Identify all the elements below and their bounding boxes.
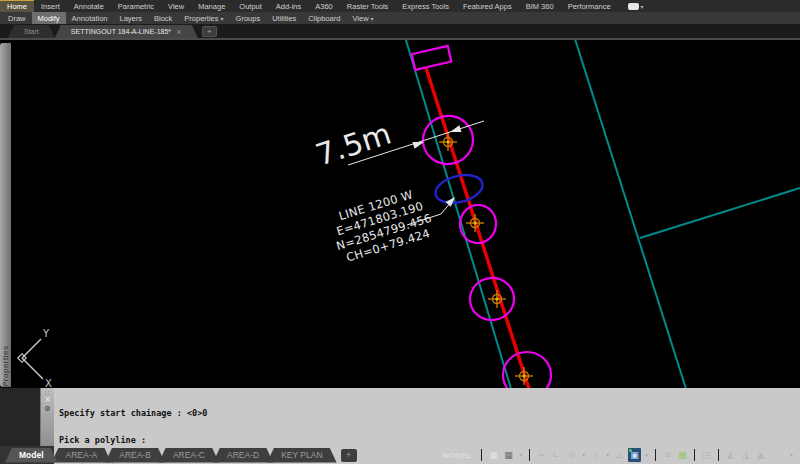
transparency-icon[interactable]: ▩ (676, 448, 689, 462)
annotation-scale-icon[interactable]: ▲ (754, 448, 767, 462)
divider (655, 449, 656, 461)
ribbon-tab-manage[interactable]: Manage (191, 0, 232, 12)
ucs-y-label: Y (42, 328, 50, 339)
caret-down-icon: ▾ (371, 15, 374, 22)
status-toggles: MODEL ▦ ▦ ▾ + ∟ ⊙ ▾ ∖ ▾ ∠ ▣ ▾ ≡ ▩ ◳ ◭ ◮ … (437, 448, 795, 462)
caret-down-icon[interactable]: ▾ (788, 452, 795, 458)
lineweight-icon[interactable]: ≡ (661, 448, 674, 462)
ribbon-tab-a360[interactable]: A360 (308, 0, 340, 12)
object-snap-tracking-icon[interactable]: ∠ (613, 448, 626, 462)
ribbon-tab-addins[interactable]: Add-ins (269, 0, 308, 12)
panel-clipboard[interactable]: Clipboard (302, 12, 346, 24)
annotation-visibility-icon[interactable]: ◭ (724, 448, 737, 462)
isometric-drafting-icon[interactable]: ∖ (589, 448, 602, 462)
record-icon (628, 3, 639, 10)
new-drawing-button[interactable]: + (202, 26, 217, 37)
divider (694, 449, 695, 461)
start-marker-rectangle[interactable] (412, 46, 452, 70)
blue-ellipse[interactable] (433, 171, 486, 208)
command-window: ∷ × ⚙ Specify start chainage : <0>0 Pick… (40, 388, 800, 446)
panel-groups[interactable]: Groups (230, 12, 267, 24)
layout-tab-area-c[interactable]: AREA-C (159, 448, 219, 463)
caret-down-icon[interactable]: ▾ (604, 452, 611, 458)
ribbon-tab-view[interactable]: View (161, 0, 191, 12)
ribbon-tab-parametric[interactable]: Parametric (111, 0, 161, 12)
close-icon[interactable]: × (176, 28, 182, 36)
layout-tab-area-d[interactable]: AREA-D (213, 448, 273, 463)
workspace: Properties (0, 38, 800, 388)
autocad-window: Home Insert Annotate Parametric View Man… (0, 0, 800, 464)
divider (718, 449, 719, 461)
layout-tab-area-a[interactable]: AREA-A (52, 448, 112, 463)
command-window-row: ∷ × ⚙ Specify start chainage : <0>0 Pick… (0, 388, 800, 446)
command-main: Specify start chainage : <0>0 Pick a pol… (54, 388, 800, 446)
file-tab-label: SETTINGOUT 184-A-LINE-185* (71, 28, 171, 35)
ucs-x-label: X (45, 378, 52, 388)
dimension-text: 7.5m (311, 116, 395, 173)
divider (529, 449, 530, 461)
ribbon-tab-bar: Home Insert Annotate Parametric View Man… (0, 0, 800, 12)
ribbon-tab-home[interactable]: Home (0, 0, 34, 12)
command-history-line: Specify start chainage : <0>0 (59, 409, 800, 418)
caret-down-icon[interactable]: ▾ (517, 452, 524, 458)
polar-tracking-icon[interactable]: ⊙ (565, 448, 578, 462)
panel-modify[interactable]: Modify (32, 12, 66, 24)
panel-layers[interactable]: Layers (113, 12, 148, 24)
divider (481, 449, 482, 461)
model-space-toggle[interactable]: MODEL (437, 451, 476, 460)
new-layout-button[interactable]: + (341, 449, 357, 462)
layout-tab-model[interactable]: Model (5, 448, 58, 463)
caret-down-icon[interactable]: ▾ (580, 452, 587, 458)
command-history-line: Pick a polyline : (59, 436, 800, 445)
layout-tab-bar: Model AREA-A AREA-B AREA-C AREA-D KEY PL… (5, 446, 357, 464)
ribbon-panel-bar: Draw Modify Annotation Layers Block Prop… (0, 12, 800, 24)
ribbon-tab-output[interactable]: Output (232, 0, 269, 12)
customize-icon[interactable]: ⚙ (44, 405, 50, 413)
survey-line-right[interactable] (575, 40, 687, 388)
snap-mode-icon[interactable]: ▦ (502, 448, 515, 462)
command-spacer (0, 388, 40, 446)
properties-palette-label: Properties (1, 211, 10, 387)
panel-utilities[interactable]: Utilities (266, 12, 302, 24)
ribbon-tab-bim360[interactable]: BIM 360 (519, 0, 561, 12)
leader-annotation[interactable]: LINE 1200 W E=471803.190 N=2854799.456 C… (326, 184, 457, 266)
panel-draw[interactable]: Draw (2, 12, 32, 24)
panel-properties[interactable]: Properties▾ (178, 12, 229, 24)
survey-line-branch[interactable] (640, 188, 800, 238)
panel-block[interactable]: Block (148, 12, 178, 24)
selection-cycling-icon[interactable]: ◳ (700, 448, 713, 462)
object-snap-icon[interactable]: ▣ (628, 448, 641, 462)
point-marker-4[interactable] (515, 367, 533, 385)
layout-tab-area-b[interactable]: AREA-B (105, 448, 165, 463)
panel-view[interactable]: View▾ (346, 12, 379, 24)
dynamic-input-icon[interactable]: + (535, 448, 548, 462)
annotation-scale-value[interactable]: 1:1 (769, 451, 786, 460)
properties-palette-tab[interactable]: Properties (0, 43, 11, 387)
panel-annotation[interactable]: Annotation (66, 12, 114, 24)
file-tab-bar: Start SETTINGOUT 184-A-LINE-185* × + (0, 24, 800, 38)
ribbon-tab-express-tools[interactable]: Express Tools (395, 0, 456, 12)
grid-display-icon[interactable]: ▦ (487, 448, 500, 462)
ribbon-tab-insert[interactable]: Insert (34, 0, 67, 12)
caret-down-icon: ▾ (221, 15, 224, 22)
ribbon-tab-featured-apps[interactable]: Featured Apps (456, 0, 519, 12)
file-tab-document[interactable]: SETTINGOUT 184-A-LINE-185* × (55, 25, 198, 38)
caret-down-icon[interactable]: ▾ (643, 452, 650, 458)
caret-down-icon: ▾ (641, 3, 644, 10)
file-tab-start[interactable]: Start (8, 25, 55, 38)
ortho-mode-icon[interactable]: ∟ (550, 448, 563, 462)
command-titlebar[interactable]: ∷ × ⚙ (41, 388, 54, 446)
layout-tab-key-plan[interactable]: KEY PLAN (267, 448, 336, 463)
cloud-circle-2[interactable] (458, 203, 499, 246)
screen-record-button[interactable]: ▾ (628, 0, 644, 12)
ribbon-tab-performance[interactable]: Performance (561, 0, 618, 12)
point-marker-2[interactable] (466, 214, 484, 232)
point-marker-1[interactable] (439, 133, 457, 151)
ribbon-tab-raster-tools[interactable]: Raster Tools (340, 0, 396, 12)
ucs-icon: Y X (18, 328, 52, 388)
ribbon-tab-annotate[interactable]: Annotate (67, 0, 111, 12)
annotation-autoscale-icon[interactable]: ◮ (739, 448, 752, 462)
dimension-arrow-right (449, 125, 462, 135)
close-icon[interactable]: × (44, 396, 51, 404)
